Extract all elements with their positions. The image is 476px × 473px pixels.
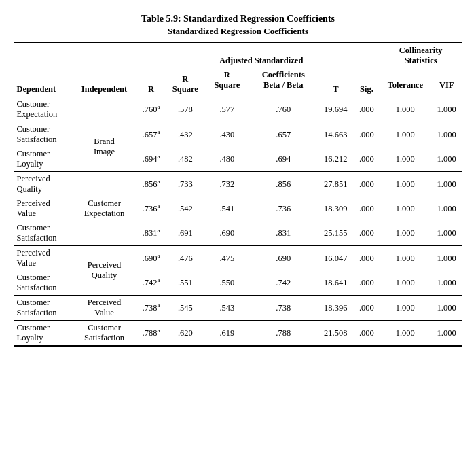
header-independent: Independent [72,43,136,97]
header-dependent: Dependent [14,43,72,97]
cell-adj-r-square: .732 [205,172,249,197]
cell-vif: 1.000 [431,122,462,147]
cell-r: .788a [136,321,166,347]
cell-r-square: .691 [166,221,205,246]
cell-adj-r-square: .690 [205,221,249,246]
cell-coefficients: .690 [249,246,318,271]
cell-independent: CustomerExpectation [72,172,136,246]
cell-r-square: .551 [166,270,205,296]
cell-dependent: CustomerLoyalty [14,321,72,347]
table-row: CustomerExpectation.760a.578.577.76019.6… [14,97,462,122]
cell-vif: 1.000 [431,147,462,172]
cell-r: .760a [136,97,166,122]
cell-t: 18.641 [318,270,354,296]
header-tolerance: Tolerance [380,68,431,92]
cell-tolerance: 1.000 [380,97,431,122]
table-title: Table 5.9: Standardized Regression Coeff… [14,14,462,24]
cell-sig: .000 [354,296,380,321]
cell-coefficients: .760 [249,97,318,122]
table-row: CustomerSatisfactionPerceivedValue.738a.… [14,296,462,321]
cell-r: .856a [136,172,166,197]
cell-t: 16.212 [318,147,354,172]
cell-adj-r-square: .577 [205,97,249,122]
cell-sig: .000 [354,196,380,221]
cell-vif: 1.000 [431,296,462,321]
cell-sig: .000 [354,122,380,147]
header-collinearity-label: CollinearityStatistics [380,43,462,68]
cell-tolerance: 1.000 [380,221,431,246]
cell-sig: .000 [354,246,380,271]
cell-vif: 1.000 [431,270,462,296]
cell-independent: CustomerSatisfaction [72,321,136,347]
cell-r-square: .620 [166,321,205,347]
cell-tolerance: 1.000 [380,246,431,271]
cell-sig: .000 [354,147,380,172]
header-vif: VIF [431,68,462,92]
cell-sig: .000 [354,270,380,296]
cell-independent: PerceivedQuality [72,246,136,296]
cell-vif: 1.000 [431,97,462,122]
cell-t: 14.663 [318,122,354,147]
cell-independent: PerceivedValue [72,296,136,321]
cell-adj-r-square: .480 [205,147,249,172]
cell-vif: 1.000 [431,221,462,246]
cell-t: 16.047 [318,246,354,271]
cell-tolerance: 1.000 [380,196,431,221]
cell-dependent: CustomerSatisfaction [14,221,72,246]
cell-tolerance: 1.000 [380,321,431,347]
table-row: CustomerLoyaltyCustomerSatisfaction.788a… [14,321,462,347]
cell-adj-r-square: .541 [205,196,249,221]
cell-dependent: CustomerLoyalty [14,147,72,172]
header-adj-r-square: RSquare [205,68,249,92]
cell-coefficients: .694 [249,147,318,172]
cell-r-square: .545 [166,296,205,321]
cell-t: 25.155 [318,221,354,246]
header-r: R [136,43,166,97]
cell-independent [72,97,136,122]
cell-coefficients: .856 [249,172,318,197]
page-wrapper: Table 5.9: Standardized Regression Coeff… [14,14,462,347]
cell-dependent: CustomerSatisfaction [14,270,72,296]
cell-tolerance: 1.000 [380,147,431,172]
cell-t: 19.694 [318,97,354,122]
cell-r-square: .482 [166,147,205,172]
cell-r: .831a [136,221,166,246]
cell-tolerance: 1.000 [380,296,431,321]
cell-dependent: CustomerExpectation [14,97,72,122]
cell-coefficients: .742 [249,270,318,296]
cell-dependent: CustomerSatisfaction [14,296,72,321]
cell-t: 18.396 [318,296,354,321]
cell-independent: BrandImage [72,122,136,172]
cell-adj-r-square: .619 [205,321,249,347]
cell-t: 21.508 [318,321,354,347]
cell-dependent: PerceivedQuality [14,172,72,197]
table-row: CustomerSatisfactionBrandImage.657a.432.… [14,122,462,147]
cell-coefficients: .788 [249,321,318,347]
cell-r: .742a [136,270,166,296]
cell-sig: .000 [354,221,380,246]
cell-vif: 1.000 [431,246,462,271]
cell-tolerance: 1.000 [380,122,431,147]
cell-r-square: .432 [166,122,205,147]
cell-adj-r-square: .550 [205,270,249,296]
cell-coefficients: .657 [249,122,318,147]
cell-vif: 1.000 [431,172,462,197]
header-adjusted-label: Adjusted Standardized [205,43,318,68]
cell-vif: 1.000 [431,321,462,347]
cell-r-square: .733 [166,172,205,197]
table-body: CustomerExpectation.760a.578.577.76019.6… [14,97,462,347]
cell-r-square: .578 [166,97,205,122]
header-row-1: Dependent Independent R RSquare Adjusted… [14,43,462,68]
cell-r: .736a [136,196,166,221]
header-t: T [318,43,354,97]
cell-dependent: PerceivedValue [14,196,72,221]
table-row: PerceivedQualityCustomerExpectation.856a… [14,172,462,197]
cell-r-square: .476 [166,246,205,271]
cell-r-square: .542 [166,196,205,221]
cell-r: .694a [136,147,166,172]
cell-sig: .000 [354,97,380,122]
regression-table: Dependent Independent R RSquare Adjusted… [14,42,462,347]
cell-dependent: CustomerSatisfaction [14,122,72,147]
cell-coefficients: .736 [249,196,318,221]
table-subtitle: Standardized Regression Coefficients [14,26,462,37]
